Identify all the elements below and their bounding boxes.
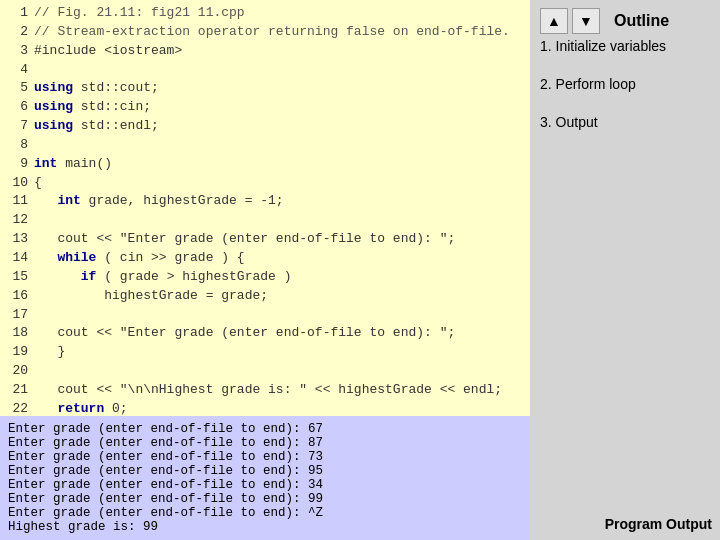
outline-item-3: 3. Output — [540, 114, 710, 130]
line-text: #include <iostream> — [34, 42, 182, 61]
output-line: Enter grade (enter end-of-file to end): … — [8, 464, 522, 478]
code-line: 9int main() — [6, 155, 524, 174]
outline-item-1: 1. Initialize variables — [540, 38, 710, 54]
code-line: 6using std::cin; — [6, 98, 524, 117]
line-text: // Fig. 21.11: fig21 11.cpp — [34, 4, 245, 23]
line-text: cout << "Enter grade (enter end-of-file … — [34, 230, 455, 249]
line-number: 12 — [6, 211, 28, 230]
code-line: 1// Fig. 21.11: fig21 11.cpp — [6, 4, 524, 23]
code-line: 22 return 0; — [6, 400, 524, 416]
output-line: Enter grade (enter end-of-file to end): … — [8, 478, 522, 492]
line-text: int grade, highestGrade = -1; — [34, 192, 284, 211]
right-panel: ▲ ▼ Outline 1. Initialize variables2. Pe… — [530, 0, 720, 540]
line-number: 18 — [6, 324, 28, 343]
line-number: 2 — [6, 23, 28, 42]
nav-down-button[interactable]: ▼ — [572, 8, 600, 34]
code-line: 20 — [6, 362, 524, 381]
code-line: 11 int grade, highestGrade = -1; — [6, 192, 524, 211]
line-text: } — [34, 343, 65, 362]
code-area: 1// Fig. 21.11: fig21 11.cpp2// Stream-e… — [0, 0, 530, 416]
code-line: 2// Stream-extraction operator returning… — [6, 23, 524, 42]
output-line: Enter grade (enter end-of-file to end): … — [8, 506, 522, 520]
line-number: 5 — [6, 79, 28, 98]
line-text: return 0; — [34, 400, 128, 416]
output-area: Enter grade (enter end-of-file to end): … — [0, 416, 530, 540]
line-text: cout << "\n\nHighest grade is: " << high… — [34, 381, 502, 400]
output-line: Enter grade (enter end-of-file to end): … — [8, 492, 522, 506]
output-line: Enter grade (enter end-of-file to end): … — [8, 436, 522, 450]
line-text: int main() — [34, 155, 112, 174]
line-number: 17 — [6, 306, 28, 325]
line-number: 16 — [6, 287, 28, 306]
line-text: highestGrade = grade; — [34, 287, 268, 306]
line-number: 10 — [6, 174, 28, 193]
line-number: 7 — [6, 117, 28, 136]
line-number: 22 — [6, 400, 28, 416]
code-line: 17 — [6, 306, 524, 325]
line-number: 6 — [6, 98, 28, 117]
line-text: if ( grade > highestGrade ) — [34, 268, 291, 287]
code-line: 16 highestGrade = grade; — [6, 287, 524, 306]
line-number: 13 — [6, 230, 28, 249]
code-line: 19 } — [6, 343, 524, 362]
nav-buttons: ▲ ▼ Outline — [530, 0, 720, 38]
code-line: 15 if ( grade > highestGrade ) — [6, 268, 524, 287]
line-text: cout << "Enter grade (enter end-of-file … — [34, 324, 455, 343]
code-line: 5using std::cout; — [6, 79, 524, 98]
line-number: 21 — [6, 381, 28, 400]
code-line: 14 while ( cin >> grade ) { — [6, 249, 524, 268]
line-number: 11 — [6, 192, 28, 211]
line-text: // Stream-extraction operator returning … — [34, 23, 510, 42]
line-number: 1 — [6, 4, 28, 23]
line-number: 9 — [6, 155, 28, 174]
code-line: 18 cout << "Enter grade (enter end-of-fi… — [6, 324, 524, 343]
output-line: Enter grade (enter end-of-file to end): … — [8, 450, 522, 464]
line-number: 14 — [6, 249, 28, 268]
nav-up-button[interactable]: ▲ — [540, 8, 568, 34]
line-text: { — [34, 174, 42, 193]
output-line: Enter grade (enter end-of-file to end): … — [8, 422, 522, 436]
line-number: 19 — [6, 343, 28, 362]
code-line: 4 — [6, 61, 524, 80]
code-line: 3#include <iostream> — [6, 42, 524, 61]
code-line: 12 — [6, 211, 524, 230]
line-number: 8 — [6, 136, 28, 155]
left-panel: 1// Fig. 21.11: fig21 11.cpp2// Stream-e… — [0, 0, 530, 540]
outline-items: 1. Initialize variables2. Perform loop3.… — [530, 38, 720, 152]
line-text: using std::cin; — [34, 98, 151, 117]
line-text: using std::cout; — [34, 79, 159, 98]
code-line: 8 — [6, 136, 524, 155]
line-text: while ( cin >> grade ) { — [34, 249, 245, 268]
output-line: Highest grade is: 99 — [8, 520, 522, 534]
code-line: 10{ — [6, 174, 524, 193]
code-line: 13 cout << "Enter grade (enter end-of-fi… — [6, 230, 524, 249]
right-bottom: Program Output — [530, 152, 720, 540]
outline-item-2: 2. Perform loop — [540, 76, 710, 92]
program-output-label: Program Output — [605, 516, 712, 532]
code-line: 21 cout << "\n\nHighest grade is: " << h… — [6, 381, 524, 400]
line-number: 3 — [6, 42, 28, 61]
outline-title: Outline — [614, 8, 669, 34]
line-text: using std::endl; — [34, 117, 159, 136]
line-number: 4 — [6, 61, 28, 80]
line-number: 20 — [6, 362, 28, 381]
code-line: 7using std::endl; — [6, 117, 524, 136]
line-number: 15 — [6, 268, 28, 287]
